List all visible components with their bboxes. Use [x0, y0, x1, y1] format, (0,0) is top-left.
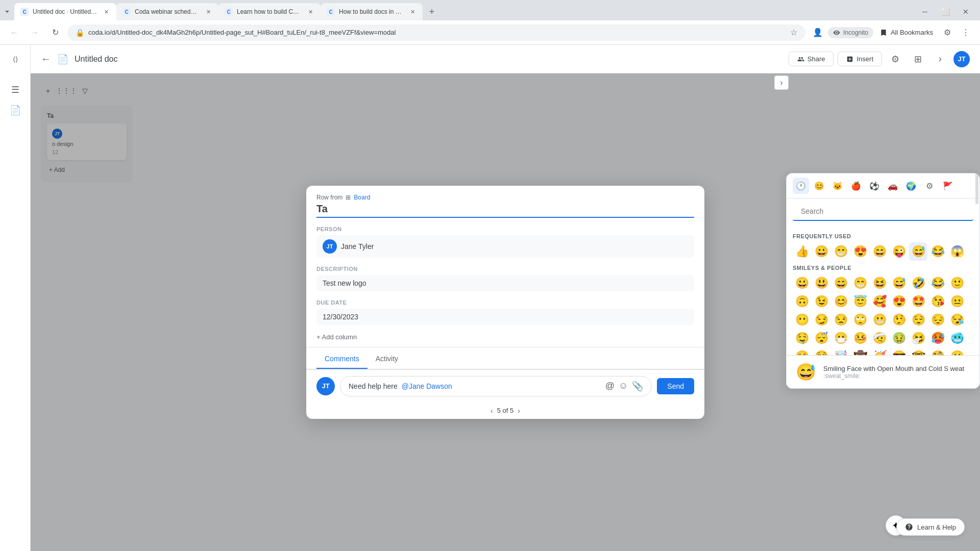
emoji-r3-4[interactable]: 🙄: [851, 311, 869, 329]
emoji-r2-4[interactable]: 😇: [851, 292, 869, 311]
emoji-s4[interactable]: 😁: [851, 274, 869, 292]
reload-button[interactable]: ↻: [47, 24, 63, 41]
emoji-joy[interactable]: 😂: [928, 242, 947, 261]
extensions-button[interactable]: ⚙: [939, 24, 955, 41]
learn-help-button[interactable]: Learn & Help: [896, 518, 965, 536]
emoji-s9[interactable]: 🙂: [948, 274, 966, 292]
modal-title-input[interactable]: [316, 201, 694, 218]
tab-3-close[interactable]: ✕: [306, 8, 314, 16]
emoji-r4-5[interactable]: 🤕: [870, 329, 889, 347]
emoji-r3-8[interactable]: 😔: [928, 311, 947, 329]
share-button[interactable]: Share: [789, 52, 834, 66]
doc-back-button[interactable]: ←: [41, 53, 51, 65]
profile-button[interactable]: 👤: [810, 24, 826, 41]
address-input-container[interactable]: 🔒 coda.io/d/Untitled-doc_dk4MaGh2h6p/Unt…: [67, 24, 805, 41]
emoji-tab-flags[interactable]: 🚩: [940, 178, 956, 194]
at-mention-button[interactable]: @: [605, 381, 615, 391]
emoji-r3-3[interactable]: 😒: [831, 311, 850, 329]
emoji-r4-6[interactable]: 🤢: [890, 329, 908, 347]
emoji-button[interactable]: ☺: [619, 381, 628, 391]
more-options-button[interactable]: ›: [931, 50, 949, 68]
sidebar-nav-item-1[interactable]: ☰: [6, 81, 24, 99]
tab-1[interactable]: C Untitled doc · Untitled page ✕: [14, 3, 116, 20]
emoji-r2-6[interactable]: 😍: [890, 292, 908, 311]
emoji-r3-1[interactable]: 😶: [793, 311, 811, 329]
tab-4[interactable]: C How to build docs in Coda, cre... ✕: [321, 3, 423, 20]
emoji-search-input[interactable]: [793, 203, 973, 221]
emoji-s7[interactable]: 🤣: [909, 274, 927, 292]
emoji-tab-smileys[interactable]: 😊: [811, 178, 827, 194]
star-icon[interactable]: ☆: [790, 28, 797, 37]
emoji-r4-9[interactable]: 🥶: [948, 329, 966, 347]
due-date-field-value[interactable]: 12/30/2023: [316, 309, 694, 325]
emoji-r4-8[interactable]: 🥵: [928, 329, 947, 347]
forward-button[interactable]: →: [27, 24, 43, 41]
emoji-r3-2[interactable]: 😏: [812, 311, 830, 329]
emoji-s6[interactable]: 😅: [890, 274, 908, 292]
emoji-r3-9[interactable]: 😪: [948, 311, 966, 329]
emoji-r2-2[interactable]: 😉: [812, 292, 830, 311]
emoji-s8[interactable]: 😂: [928, 274, 947, 292]
next-page-button[interactable]: ›: [518, 407, 520, 415]
settings-button[interactable]: ⚙: [886, 50, 904, 68]
emoji-s5[interactable]: 😆: [870, 274, 889, 292]
emoji-thumbsup[interactable]: 👍: [793, 242, 811, 261]
emoji-r2-1[interactable]: 🙃: [793, 292, 811, 311]
emoji-tab-objects[interactable]: 🌍: [903, 178, 919, 194]
emoji-s3[interactable]: 😄: [831, 274, 850, 292]
emoji-tab-animals[interactable]: 🐱: [829, 178, 846, 194]
emoji-r3-5[interactable]: 😬: [870, 311, 889, 329]
scrollbar-thumb[interactable]: [975, 173, 978, 204]
sidebar-collapse-button[interactable]: ⟨⟩: [6, 50, 24, 68]
maximize-button[interactable]: ⬜: [937, 4, 953, 20]
insert-button[interactable]: Insert: [838, 52, 882, 66]
tab-3[interactable]: C Learn how to build Coda docs ✕: [218, 3, 321, 20]
description-field-value[interactable]: Test new logo: [316, 275, 694, 291]
emoji-r2-3[interactable]: 😊: [831, 292, 850, 311]
tab-2-close[interactable]: ✕: [204, 8, 212, 16]
tab-activity[interactable]: Activity: [368, 349, 406, 369]
emoji-heart-eyes[interactable]: 😍: [851, 242, 869, 261]
emoji-stuck-out-tongue[interactable]: 😜: [890, 242, 908, 261]
emoji-scream[interactable]: 😱: [948, 242, 966, 261]
emoji-grinning[interactable]: 😀: [812, 242, 830, 261]
emoji-s1[interactable]: 😀: [793, 274, 811, 292]
attachment-button[interactable]: 📎: [632, 381, 643, 392]
user-avatar[interactable]: JT: [953, 51, 970, 67]
minimize-button[interactable]: ─: [917, 4, 933, 20]
emoji-smile[interactable]: 😄: [870, 242, 889, 261]
new-tab-button[interactable]: +: [425, 5, 439, 19]
tab-1-close[interactable]: ✕: [102, 8, 110, 16]
emoji-r2-7[interactable]: 🤩: [909, 292, 927, 311]
emoji-r3-6[interactable]: 🤥: [890, 311, 908, 329]
prev-page-button[interactable]: ‹: [491, 407, 493, 415]
emoji-r2-9[interactable]: 😐: [948, 292, 966, 311]
emoji-s2[interactable]: 😃: [812, 274, 830, 292]
emoji-r4-1[interactable]: 🤤: [793, 329, 811, 347]
emoji-r4-7[interactable]: 🤧: [909, 329, 927, 347]
emoji-r2-5[interactable]: 🥰: [870, 292, 889, 311]
right-panel-toggle[interactable]: ›: [774, 76, 789, 90]
emoji-tab-travel[interactable]: 🚗: [885, 178, 901, 194]
emoji-tab-recent[interactable]: 🕐: [793, 178, 809, 194]
tab-2[interactable]: C Coda webinar schedule, registi... ✕: [116, 3, 218, 20]
emoji-scrollbar[interactable]: [975, 173, 978, 388]
send-button[interactable]: Send: [657, 378, 694, 394]
emoji-r4-2[interactable]: 😴: [812, 329, 830, 347]
emoji-r4-4[interactable]: 🤒: [851, 329, 869, 347]
tab-comments[interactable]: Comments: [316, 349, 368, 369]
close-browser-button[interactable]: ✕: [958, 4, 974, 20]
add-column-button[interactable]: + Add column: [306, 329, 704, 345]
emoji-sweat-smile[interactable]: 😅: [909, 242, 927, 261]
bookmarks-button[interactable]: All Bookmarks: [875, 27, 937, 39]
emoji-tab-activities[interactable]: ⚽: [866, 178, 883, 194]
emoji-wink[interactable]: 😁: [831, 242, 850, 261]
emoji-tab-food[interactable]: 🍎: [848, 178, 864, 194]
board-link[interactable]: Board: [354, 194, 370, 201]
emoji-r2-8[interactable]: 😘: [928, 292, 947, 311]
back-button[interactable]: ←: [6, 24, 22, 41]
tab-list-button[interactable]: [0, 5, 14, 19]
menu-button[interactable]: ⋮: [958, 24, 974, 41]
tab-4-close[interactable]: ✕: [408, 8, 416, 16]
emoji-r3-7[interactable]: 😌: [909, 311, 927, 329]
